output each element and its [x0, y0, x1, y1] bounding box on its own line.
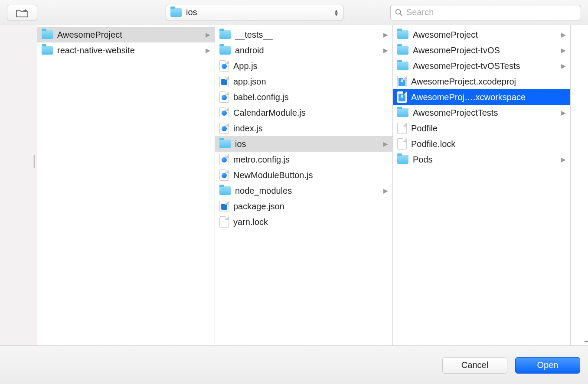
open-label: Open — [537, 360, 559, 370]
chevron-right-icon: ▶ — [383, 187, 388, 194]
file-icon — [397, 123, 407, 134]
item-label: Podfile.lock — [411, 139, 566, 149]
chevron-right-icon: ▶ — [205, 31, 210, 38]
chevron-right-icon: ▶ — [561, 109, 566, 116]
item-label: android — [235, 46, 379, 55]
column-1[interactable]: __tests__▶android▶App.jsapp.jsonbabel.co… — [215, 25, 393, 345]
column-0[interactable]: AwesomeProject▶react-native-website▶ — [37, 25, 215, 345]
list-item[interactable]: NewModuleButton.js — [215, 167, 392, 183]
item-label: AwesomeProjectTests — [413, 108, 556, 118]
item-label: AwesomeProject-tvOSTests — [413, 61, 556, 71]
item-label: AwesomeProject — [57, 30, 201, 40]
item-label: __tests__ — [235, 30, 379, 40]
list-item[interactable]: Podfile — [393, 120, 570, 136]
item-label: AwesomeProj….xcworkspace — [411, 92, 566, 102]
folder-icon — [42, 46, 53, 55]
folder-icon — [219, 186, 231, 195]
list-item[interactable]: Pods▶ — [393, 152, 570, 167]
folder-icon — [42, 30, 53, 39]
item-label: yarn.lock — [233, 217, 388, 227]
file-icon — [397, 76, 407, 87]
column-browser: AwesomeProject▶react-native-website▶ __t… — [0, 25, 588, 346]
item-label: babel.config.js — [233, 92, 388, 102]
file-icon — [219, 169, 229, 181]
chevron-right-icon: ▶ — [561, 47, 566, 54]
list-item[interactable]: package.json — [215, 199, 392, 214]
path-popup[interactable]: ios ▲▼ — [166, 5, 343, 20]
file-icon — [219, 154, 229, 165]
list-item[interactable]: App.js — [215, 58, 392, 74]
folder-icon — [397, 62, 408, 70]
search-field[interactable] — [390, 5, 581, 20]
toolbar: ios ▲▼ — [0, 0, 588, 25]
preview-strip: ▪▪▪▪ — [571, 25, 588, 345]
list-item[interactable]: AwesomeProj….xcworkspace — [393, 89, 570, 105]
item-label: index.js — [233, 124, 388, 133]
list-item[interactable]: babel.config.js — [215, 89, 392, 105]
list-item[interactable]: __tests__▶ — [215, 27, 392, 42]
search-input[interactable] — [406, 7, 576, 17]
svg-point-0 — [396, 9, 401, 14]
new-folder-button[interactable] — [7, 5, 37, 20]
path-label: ios — [186, 7, 197, 17]
list-item[interactable]: android▶ — [215, 42, 392, 58]
item-label: ios — [235, 139, 379, 149]
list-item[interactable]: node_modules▶ — [215, 183, 392, 199]
file-icon — [219, 123, 229, 134]
column-2[interactable]: AwesomeProject▶AwesomeProject-tvOS▶Aweso… — [393, 25, 571, 345]
chevron-right-icon: ▶ — [383, 47, 388, 54]
folder-icon — [219, 30, 231, 39]
chevron-right-icon: ▶ — [383, 140, 388, 147]
item-label: CalendarModule.js — [233, 108, 388, 118]
item-label: App.js — [233, 61, 388, 71]
sidebar-resize-handle[interactable] — [33, 155, 35, 168]
file-icon — [219, 76, 229, 87]
list-item[interactable]: metro.config.js — [215, 152, 392, 167]
list-item[interactable]: ios▶ — [215, 136, 392, 152]
file-icon — [219, 201, 229, 212]
file-icon — [219, 216, 229, 228]
folder-icon — [170, 8, 182, 17]
chevron-right-icon: ▶ — [383, 31, 388, 38]
item-label: metro.config.js — [233, 155, 388, 165]
list-item[interactable]: app.json — [215, 74, 392, 89]
footer: Cancel Open — [0, 346, 588, 384]
chevron-right-icon: ▶ — [561, 156, 566, 163]
popup-arrows-icon: ▲▼ — [334, 10, 339, 16]
chevron-right-icon: ▶ — [561, 31, 566, 38]
file-icon — [219, 107, 229, 118]
list-item[interactable]: AwesomeProject▶ — [37, 27, 215, 42]
list-item[interactable]: AwesomeProject▶ — [393, 27, 570, 42]
file-icon — [219, 91, 229, 103]
new-folder-icon — [16, 8, 29, 17]
cancel-label: Cancel — [461, 360, 488, 370]
list-item[interactable]: AwesomeProjectTests▶ — [393, 105, 570, 120]
folder-icon — [219, 46, 231, 55]
file-icon — [397, 91, 407, 103]
open-button[interactable]: Open — [515, 357, 580, 374]
file-icon — [219, 60, 229, 72]
item-label: AwesomeProject — [413, 30, 556, 40]
list-item[interactable]: react-native-website▶ — [37, 42, 215, 58]
file-icon — [397, 138, 407, 150]
search-icon — [395, 9, 403, 16]
list-item[interactable]: CalendarModule.js — [215, 105, 392, 120]
list-item[interactable]: yarn.lock — [215, 214, 392, 230]
folder-icon — [397, 30, 408, 39]
folder-icon — [397, 108, 408, 117]
list-item[interactable]: Podfile.lock — [393, 136, 570, 152]
item-label: Pods — [413, 155, 556, 165]
folder-icon — [397, 46, 408, 55]
folder-icon — [397, 155, 408, 164]
item-label: NewModuleButton.js — [233, 170, 388, 180]
list-item[interactable]: AwesomeProject.xcodeproj — [393, 74, 570, 89]
list-item[interactable]: index.js — [215, 120, 392, 136]
list-item[interactable]: AwesomeProject-tvOS▶ — [393, 42, 570, 58]
item-label: AwesomeProject.xcodeproj — [411, 77, 566, 87]
item-label: app.json — [233, 77, 388, 87]
item-label: Podfile — [411, 124, 566, 133]
item-label: package.json — [233, 202, 388, 212]
list-item[interactable]: AwesomeProject-tvOSTests▶ — [393, 58, 570, 74]
sidebar — [0, 25, 37, 345]
cancel-button[interactable]: Cancel — [442, 357, 507, 374]
